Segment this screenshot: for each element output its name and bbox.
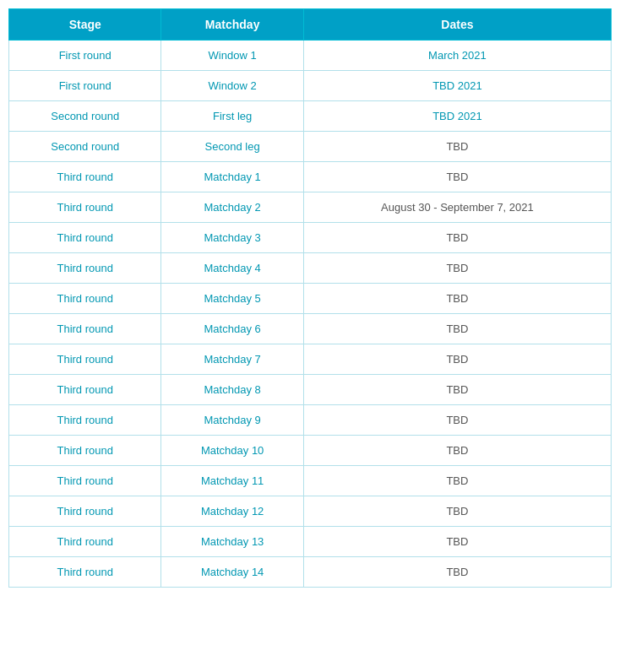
table-row: Third roundMatchday 14TBD bbox=[9, 557, 612, 588]
matchday-cell: Second leg bbox=[161, 132, 303, 162]
table-row: Third roundMatchday 9TBD bbox=[9, 405, 612, 436]
dates-cell: TBD bbox=[303, 466, 611, 496]
header-stage: Stage bbox=[9, 9, 161, 41]
table-row: Third roundMatchday 5TBD bbox=[9, 284, 612, 314]
dates-cell: TBD bbox=[303, 132, 611, 162]
table-row: Third roundMatchday 8TBD bbox=[9, 375, 612, 405]
dates-cell: TBD bbox=[303, 223, 611, 253]
matchday-cell: Matchday 8 bbox=[161, 375, 303, 405]
table-row: Third roundMatchday 12TBD bbox=[9, 496, 612, 527]
table-row: Third roundMatchday 7TBD bbox=[9, 344, 612, 375]
table-row: Third roundMatchday 10TBD bbox=[9, 436, 612, 466]
dates-cell: August 30 - September 7, 2021 bbox=[303, 192, 611, 223]
matchday-cell: Matchday 4 bbox=[161, 253, 303, 284]
table-row: Third roundMatchday 4TBD bbox=[9, 253, 612, 284]
dates-cell: TBD bbox=[303, 253, 611, 284]
table-row: Second roundFirst legTBD 2021 bbox=[9, 101, 612, 132]
stage-cell: Third round bbox=[9, 253, 161, 284]
matchday-cell: Matchday 9 bbox=[161, 405, 303, 436]
stage-cell: Third round bbox=[9, 436, 161, 466]
stage-cell: Third round bbox=[9, 557, 161, 588]
table-row: Third roundMatchday 11TBD bbox=[9, 466, 612, 496]
matchday-cell: Matchday 6 bbox=[161, 314, 303, 344]
matchday-cell: Matchday 11 bbox=[161, 466, 303, 496]
dates-cell: TBD bbox=[303, 284, 611, 314]
stage-cell: First round bbox=[9, 71, 161, 101]
matchday-cell: Matchday 3 bbox=[161, 223, 303, 253]
matchday-cell: Matchday 1 bbox=[161, 162, 303, 192]
dates-cell: March 2021 bbox=[303, 41, 611, 71]
matchday-cell: Matchday 12 bbox=[161, 496, 303, 527]
stage-cell: Third round bbox=[9, 314, 161, 344]
stage-cell: Third round bbox=[9, 344, 161, 375]
dates-cell: TBD bbox=[303, 375, 611, 405]
matchday-cell: Window 2 bbox=[161, 71, 303, 101]
matchday-cell: Matchday 14 bbox=[161, 557, 303, 588]
matchday-cell: Matchday 7 bbox=[161, 344, 303, 375]
stage-cell: Third round bbox=[9, 223, 161, 253]
dates-cell: TBD bbox=[303, 314, 611, 344]
stage-cell: Third round bbox=[9, 466, 161, 496]
table-row: Second roundSecond legTBD bbox=[9, 132, 612, 162]
header-dates: Dates bbox=[303, 9, 611, 41]
stage-cell: Third round bbox=[9, 162, 161, 192]
stage-cell: First round bbox=[9, 41, 161, 71]
dates-cell: TBD bbox=[303, 557, 611, 588]
stage-cell: Third round bbox=[9, 405, 161, 436]
matchday-cell: Matchday 13 bbox=[161, 527, 303, 557]
table-row: Third roundMatchday 3TBD bbox=[9, 223, 612, 253]
matchday-cell: Matchday 2 bbox=[161, 192, 303, 223]
table-row: Third roundMatchday 2August 30 - Septemb… bbox=[9, 192, 612, 223]
stage-cell: Third round bbox=[9, 284, 161, 314]
dates-cell: TBD bbox=[303, 405, 611, 436]
dates-cell: TBD bbox=[303, 344, 611, 375]
matchday-cell: Window 1 bbox=[161, 41, 303, 71]
dates-cell: TBD bbox=[303, 496, 611, 527]
dates-cell: TBD bbox=[303, 527, 611, 557]
table-row: Third roundMatchday 1TBD bbox=[9, 162, 612, 192]
dates-cell: TBD bbox=[303, 162, 611, 192]
dates-cell: TBD 2021 bbox=[303, 101, 611, 132]
stage-cell: Second round bbox=[9, 101, 161, 132]
schedule-table: Stage Matchday Dates First roundWindow 1… bbox=[8, 8, 612, 588]
matchday-cell: Matchday 10 bbox=[161, 436, 303, 466]
stage-cell: Third round bbox=[9, 496, 161, 527]
stage-cell: Third round bbox=[9, 375, 161, 405]
table-row: Third roundMatchday 6TBD bbox=[9, 314, 612, 344]
stage-cell: Second round bbox=[9, 132, 161, 162]
header-matchday: Matchday bbox=[161, 9, 303, 41]
table-row: First roundWindow 1March 2021 bbox=[9, 41, 612, 71]
stage-cell: Third round bbox=[9, 527, 161, 557]
table-row: Third roundMatchday 13TBD bbox=[9, 527, 612, 557]
stage-cell: Third round bbox=[9, 192, 161, 223]
matchday-cell: Matchday 5 bbox=[161, 284, 303, 314]
table-row: First roundWindow 2TBD 2021 bbox=[9, 71, 612, 101]
matchday-cell: First leg bbox=[161, 101, 303, 132]
dates-cell: TBD bbox=[303, 436, 611, 466]
dates-cell: TBD 2021 bbox=[303, 71, 611, 101]
